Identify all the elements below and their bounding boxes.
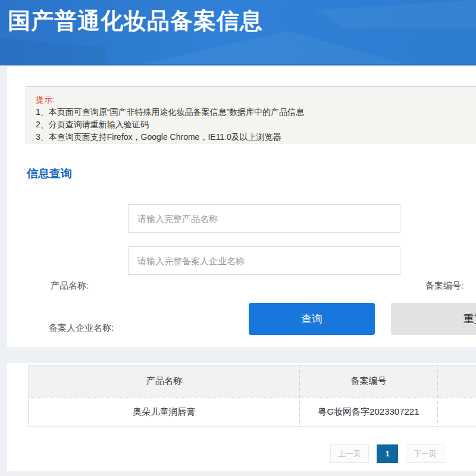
current-page-button[interactable]: 1: [377, 444, 398, 463]
notice-item: 1、本页面可查询原“国产非特殊用途化妆品备案信息”数据库中的产品信息: [36, 106, 476, 118]
bottom-edge-strip: [0, 471, 476, 476]
filing-number-label: 备案编号:: [425, 280, 464, 292]
search-button[interactable]: 查询: [249, 303, 375, 335]
notice-label: 提示:: [36, 93, 476, 106]
banner-decoration: [0, 36, 107, 65]
results-panel: 产品名称 备案编号 奥朵儿童润唇膏 粤G妆网备字2023307221 上一页 1…: [7, 363, 476, 471]
reset-button[interactable]: 重置: [391, 303, 476, 335]
column-header-filing-number: 备案编号: [300, 365, 438, 397]
notice-item: 2、分页查询请重新输入验证码: [36, 118, 476, 131]
prev-page-button[interactable]: 上一页: [330, 444, 369, 463]
results-table: 产品名称 备案编号 奥朵儿童润唇膏 粤G妆网备字2023307221: [29, 365, 476, 427]
page-header: 国产普通化妆品备案信息: [0, 0, 476, 65]
cell-filing-number: 粤G妆网备字2023307221: [300, 397, 438, 427]
table-row: 奥朵儿童润唇膏 粤G妆网备字2023307221: [29, 397, 476, 427]
cell-extra: [438, 397, 476, 427]
column-header-extra: [438, 365, 476, 397]
pagination: 上一页 1 下一页: [330, 444, 444, 463]
page-title: 国产普通化妆品备案信息: [8, 6, 263, 36]
page: 国产普通化妆品备案信息 提示: 1、本页面可查询原“国产非特殊用途化妆品备案信息…: [0, 0, 476, 476]
table-header-row: 产品名称 备案编号: [29, 365, 476, 397]
company-name-label: 备案人企业名称:: [49, 322, 114, 334]
product-name-label: 产品名称:: [51, 280, 89, 292]
query-panel: 提示: 1、本页面可查询原“国产非特殊用途化妆品备案信息”数据库中的产品信息 2…: [7, 67, 476, 347]
next-page-button[interactable]: 下一页: [406, 444, 444, 463]
column-header-product-name: 产品名称: [29, 365, 300, 397]
cell-product-name: 奥朵儿童润唇膏: [29, 397, 300, 427]
company-name-input[interactable]: [128, 246, 400, 275]
banner-decoration: [315, 0, 476, 29]
notice-item: 3、本查询页面支持Firefox，Google Chrome，IE11.0及以上…: [36, 131, 476, 143]
section-title-query: 信息查询: [27, 166, 72, 181]
product-name-input[interactable]: [128, 204, 400, 233]
notice-box: 提示: 1、本页面可查询原“国产非特殊用途化妆品备案信息”数据库中的产品信息 2…: [26, 86, 476, 143]
